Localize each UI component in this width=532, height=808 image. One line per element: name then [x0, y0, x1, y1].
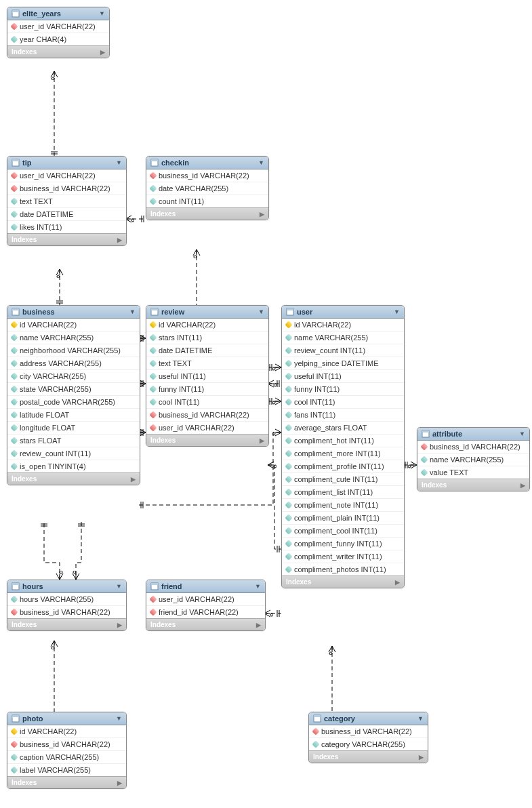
table-business[interactable]: business▼id VARCHAR(22)name VARCHAR(255)… — [7, 305, 140, 485]
indexes-footer[interactable]: Indexes▶ — [7, 472, 140, 485]
column-row[interactable]: cool INT(11) — [146, 396, 268, 409]
column-row[interactable]: business_id VARCHAR(22) — [7, 738, 126, 751]
column-row[interactable]: label VARCHAR(255) — [7, 764, 126, 776]
column-row[interactable]: category VARCHAR(255) — [309, 738, 428, 750]
indexes-footer[interactable]: Indexes▶ — [146, 434, 268, 446]
column-row[interactable]: likes INT(11) — [7, 221, 126, 233]
column-row[interactable]: city VARCHAR(255) — [7, 370, 140, 383]
column-row[interactable]: business_id VARCHAR(22) — [7, 182, 126, 195]
field-icon — [149, 359, 157, 367]
indexes-footer[interactable]: Indexes▶ — [146, 207, 268, 220]
column-row[interactable]: cool INT(11) — [282, 396, 404, 409]
column-row[interactable]: review_count INT(11) — [282, 344, 404, 357]
column-row[interactable]: business_id VARCHAR(22) — [146, 409, 268, 422]
column-row[interactable]: useful INT(11) — [146, 370, 268, 383]
column-text: stars INT(11) — [159, 334, 202, 342]
column-row[interactable]: text TEXT — [146, 357, 268, 370]
column-row[interactable]: compliment_photos INT(11) — [282, 563, 404, 575]
column-text: compliment_cool INT(11) — [294, 527, 377, 535]
table-header[interactable]: user▼ — [282, 306, 404, 319]
table-header[interactable]: business▼ — [7, 306, 140, 319]
table-photo[interactable]: photo▼id VARCHAR(22)business_id VARCHAR(… — [7, 712, 127, 789]
column-row[interactable]: compliment_cute INT(11) — [282, 473, 404, 486]
column-row[interactable]: compliment_writer INT(11) — [282, 550, 404, 563]
table-attribute[interactable]: attribute▼business_id VARCHAR(22)name VA… — [417, 427, 530, 491]
column-row[interactable]: fans INT(11) — [282, 409, 404, 422]
indexes-footer[interactable]: Indexes▶ — [282, 575, 404, 588]
column-row[interactable]: hours VARCHAR(255) — [7, 593, 126, 606]
column-row[interactable]: business_id VARCHAR(22) — [417, 441, 529, 453]
column-row[interactable]: compliment_list INT(11) — [282, 486, 404, 499]
table-header[interactable]: category▼ — [309, 712, 428, 725]
table-header[interactable]: friend▼ — [146, 580, 265, 593]
column-row[interactable]: funny INT(11) — [146, 383, 268, 396]
column-row[interactable]: name VARCHAR(255) — [282, 331, 404, 344]
table-tip[interactable]: tip▼user_id VARCHAR(22)business_id VARCH… — [7, 156, 127, 246]
table-friend[interactable]: friend▼user_id VARCHAR(22)friend_id VARC… — [146, 580, 266, 631]
column-row[interactable]: friend_id VARCHAR(22) — [146, 606, 265, 618]
column-row[interactable]: id VARCHAR(22) — [146, 319, 268, 331]
column-row[interactable]: count INT(11) — [146, 195, 268, 207]
column-row[interactable]: date DATETIME — [146, 344, 268, 357]
table-header[interactable]: photo▼ — [7, 712, 126, 725]
table-header[interactable]: review▼ — [146, 306, 268, 319]
column-row[interactable]: stars FLOAT — [7, 435, 140, 447]
column-row[interactable]: yelping_since DATETIME — [282, 357, 404, 370]
column-row[interactable]: compliment_funny INT(11) — [282, 538, 404, 550]
column-row[interactable]: compliment_hot INT(11) — [282, 435, 404, 447]
indexes-footer[interactable]: Indexes▶ — [417, 479, 529, 491]
column-row[interactable]: text TEXT — [7, 195, 126, 208]
column-row[interactable]: compliment_more INT(11) — [282, 447, 404, 460]
column-row[interactable]: id VARCHAR(22) — [7, 319, 140, 331]
column-row[interactable]: compliment_cool INT(11) — [282, 525, 404, 538]
table-header[interactable]: tip▼ — [7, 157, 126, 169]
column-row[interactable]: address VARCHAR(255) — [7, 357, 140, 370]
column-row[interactable]: user_id VARCHAR(22) — [146, 422, 268, 434]
table-checkin[interactable]: checkin▼business_id VARCHAR(22)date VARC… — [146, 156, 269, 220]
indexes-footer[interactable]: Indexes▶ — [309, 750, 428, 763]
column-row[interactable]: user_id VARCHAR(22) — [7, 169, 126, 182]
column-row[interactable]: id VARCHAR(22) — [7, 725, 126, 738]
table-review[interactable]: review▼id VARCHAR(22)stars INT(11)date D… — [146, 305, 269, 447]
column-row[interactable]: postal_code VARCHAR(255) — [7, 396, 140, 409]
column-row[interactable]: compliment_plain INT(11) — [282, 512, 404, 525]
column-row[interactable]: id VARCHAR(22) — [282, 319, 404, 331]
column-row[interactable]: neighborhood VARCHAR(255) — [7, 344, 140, 357]
column-row[interactable]: user_id VARCHAR(22) — [146, 593, 265, 606]
column-row[interactable]: funny INT(11) — [282, 383, 404, 396]
column-row[interactable]: caption VARCHAR(255) — [7, 751, 126, 764]
column-row[interactable]: user_id VARCHAR(22) — [7, 20, 109, 33]
column-row[interactable]: compliment_profile INT(11) — [282, 460, 404, 473]
column-row[interactable]: compliment_note INT(11) — [282, 499, 404, 512]
column-row[interactable]: name VARCHAR(255) — [417, 453, 529, 466]
column-row[interactable]: stars INT(11) — [146, 331, 268, 344]
table-elite_years[interactable]: elite_years▼user_id VARCHAR(22)year CHAR… — [7, 7, 110, 58]
column-row[interactable]: business_id VARCHAR(22) — [146, 169, 268, 182]
column-row[interactable]: date DATETIME — [7, 208, 126, 221]
column-row[interactable]: state VARCHAR(255) — [7, 383, 140, 396]
column-row[interactable]: latitude FLOAT — [7, 409, 140, 422]
column-row[interactable]: useful INT(11) — [282, 370, 404, 383]
column-row[interactable]: business_id VARCHAR(22) — [309, 725, 428, 738]
indexes-footer[interactable]: Indexes▶ — [7, 233, 126, 245]
column-row[interactable]: value TEXT — [417, 466, 529, 479]
column-row[interactable]: longitude FLOAT — [7, 422, 140, 435]
table-header[interactable]: elite_years▼ — [7, 7, 109, 20]
table-header[interactable]: checkin▼ — [146, 157, 268, 169]
table-user[interactable]: user▼id VARCHAR(22)name VARCHAR(255)revi… — [281, 305, 405, 588]
column-row[interactable]: business_id VARCHAR(22) — [7, 606, 126, 618]
column-row[interactable]: review_count INT(11) — [7, 447, 140, 460]
column-row[interactable]: name VARCHAR(255) — [7, 331, 140, 344]
indexes-footer[interactable]: Indexes▶ — [7, 45, 109, 58]
column-row[interactable]: is_open TINYINT(4) — [7, 460, 140, 472]
table-header[interactable]: attribute▼ — [417, 428, 529, 441]
indexes-footer[interactable]: Indexes▶ — [7, 618, 126, 630]
table-hours[interactable]: hours▼hours VARCHAR(255)business_id VARC… — [7, 580, 127, 631]
column-row[interactable]: average_stars FLOAT — [282, 422, 404, 435]
indexes-footer[interactable]: Indexes▶ — [7, 776, 126, 788]
indexes-footer[interactable]: Indexes▶ — [146, 618, 265, 630]
column-row[interactable]: year CHAR(4) — [7, 33, 109, 45]
table-header[interactable]: hours▼ — [7, 580, 126, 593]
table-category[interactable]: category▼business_id VARCHAR(22)category… — [308, 712, 428, 763]
column-row[interactable]: date VARCHAR(255) — [146, 182, 268, 195]
